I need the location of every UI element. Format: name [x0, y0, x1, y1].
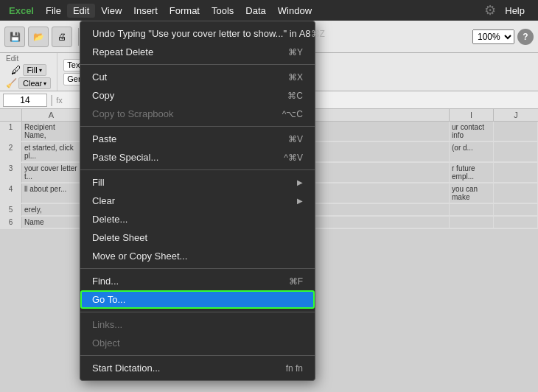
cell-i2[interactable]: (or d... [450, 142, 494, 162]
clear-row: 🧹 Clear ▾ [6, 77, 51, 89]
menu-paste[interactable]: Paste ⌘V [80, 130, 315, 148]
fill-clear-box: 🖊 Fill ▾ 🧹 Clear ▾ [6, 64, 51, 89]
undo-shortcut: ⌘Z [311, 29, 325, 39]
cell-a5[interactable]: erely, [22, 204, 81, 216]
clear-button[interactable]: Clear ▾ [18, 77, 51, 89]
fill-row: 🖊 Fill ▾ [11, 64, 46, 76]
menu-copy[interactable]: Copy ⌘C [80, 86, 315, 105]
cell-a4[interactable]: ll about per... [22, 183, 81, 203]
links-label: Links... [92, 319, 122, 330]
cut-shortcut: ⌘X [288, 72, 303, 83]
menu-undo[interactable]: Undo Typing "Use your cover letter to sh… [80, 24, 315, 43]
cell-i4[interactable]: you can make [450, 183, 494, 203]
paste-special-label: Paste Special... [92, 152, 158, 163]
ribbon-group-edit: Edit 🖊 Fill ▾ 🧹 Clear ▾ [6, 53, 57, 91]
toolbar-save[interactable]: 💾 [4, 27, 25, 47]
dictation-label: Start Dictation... [92, 363, 160, 374]
menu-insert[interactable]: Insert [127, 4, 164, 18]
cell-i3[interactable]: r future empl... [450, 163, 494, 183]
menu-move-copy-sheet[interactable]: Move or Copy Sheet... [80, 247, 315, 265]
menu-delete[interactable]: Delete... [80, 210, 315, 228]
menu-find[interactable]: Find... ⌘F [80, 272, 315, 290]
cell-j6[interactable] [494, 217, 538, 228]
col-i-header: I [450, 109, 494, 121]
menu-repeat[interactable]: Repeat Delete ⌘Y [80, 43, 315, 61]
cell-j3[interactable] [494, 163, 538, 183]
sep-6 [80, 355, 315, 356]
menubar: Excel File Edit View Insert Format Tools… [0, 0, 538, 21]
menu-clear[interactable]: Clear ▶ [80, 192, 315, 210]
cell-i6[interactable] [450, 217, 494, 228]
menu-links[interactable]: Links... [80, 315, 315, 334]
fill-button[interactable]: Fill ▾ [23, 64, 46, 76]
paste-special-shortcut: ^⌘V [284, 153, 303, 163]
menu-edit[interactable]: Edit [67, 4, 95, 18]
cell-a6[interactable]: Name [22, 217, 81, 228]
fill-arrow: ▶ [297, 178, 303, 186]
cell-j1[interactable] [494, 122, 538, 141]
toolbar-open[interactable]: 📂 [28, 27, 49, 47]
menu-fill[interactable]: Fill ▶ [80, 173, 315, 192]
clear-arrow: ▶ [297, 197, 303, 205]
copy-scrapbook-shortcut: ^⌥C [282, 109, 303, 119]
goto-label: Go To... [92, 294, 125, 305]
sep-3 [80, 169, 315, 170]
menu-object[interactable]: Object [80, 334, 315, 352]
find-shortcut: ⌘F [289, 276, 303, 287]
repeat-shortcut: ⌘Y [288, 47, 303, 57]
sep-2 [80, 126, 315, 127]
menu-paste-special[interactable]: Paste Special... ^⌘V [80, 148, 315, 167]
copy-shortcut: ⌘C [287, 91, 303, 101]
main-layout: Excel File Edit View Insert Format Tools… [0, 0, 538, 392]
cell-i1[interactable]: ur contact info [450, 122, 494, 141]
col-j-header: J [494, 109, 538, 121]
object-label: Object [92, 337, 120, 349]
fill-label: Fill [92, 177, 105, 188]
menu-data[interactable]: Data [240, 4, 271, 18]
menu-format[interactable]: Format [164, 4, 206, 18]
find-label: Find... [92, 276, 119, 287]
menu-delete-sheet[interactable]: Delete Sheet [80, 228, 315, 247]
edit-group-label: Edit [6, 55, 18, 63]
sep-5 [80, 312, 315, 312]
cut-label: Cut [92, 71, 107, 83]
cell-a2[interactable]: et started, click pl... [22, 142, 81, 162]
cell-a3[interactable]: your cover letter t... [22, 163, 81, 183]
move-copy-label: Move or Copy Sheet... [92, 251, 187, 262]
menu-tools[interactable]: Tools [206, 4, 240, 18]
menu-cut[interactable]: Cut ⌘X [80, 68, 315, 86]
name-box[interactable] [3, 94, 47, 107]
menu-copy-scrapbook[interactable]: Copy to Scrapbook ^⌥C [80, 105, 315, 123]
zoom-select[interactable]: 100% 75% 150% [472, 29, 514, 44]
menu-window[interactable]: Window [272, 4, 318, 18]
formula-divider: | [50, 94, 53, 107]
toolbar-zoom-area: 100% 75% 150% ? [472, 29, 534, 45]
cell-a1[interactable]: Recipient Name, [22, 122, 81, 141]
cell-i5[interactable] [450, 204, 494, 216]
menu-view[interactable]: View [95, 4, 127, 18]
menu-help[interactable]: Help [499, 4, 531, 18]
cell-j2[interactable] [494, 142, 538, 162]
col-a-header: A [22, 109, 81, 121]
clear-label: Clear [92, 195, 115, 206]
paste-label: Paste [92, 133, 116, 144]
delete-label: Delete... [92, 214, 127, 225]
cell-j5[interactable] [494, 204, 538, 216]
edit-dropdown-menu: Undo Typing "Use your cover letter to sh… [80, 21, 315, 381]
menu-goto[interactable]: Go To... [80, 290, 315, 309]
repeat-label: Repeat Delete [92, 46, 153, 57]
dictation-shortcut: fn fn [286, 363, 303, 374]
menu-file[interactable]: File [40, 4, 67, 18]
cell-j4[interactable] [494, 183, 538, 203]
app-name: Excel [3, 4, 40, 18]
sep-1 [80, 64, 315, 65]
copy-label: Copy [92, 90, 114, 101]
menubar-right: ⚙ Help [484, 2, 535, 18]
help-button[interactable]: ? [517, 29, 534, 45]
toolbar-divider [78, 28, 79, 46]
menu-dictation[interactable]: Start Dictation... fn fn [80, 359, 315, 377]
delete-sheet-label: Delete Sheet [92, 232, 147, 243]
corner-header [0, 109, 22, 121]
toolbar-print[interactable]: 🖨 [52, 27, 72, 47]
copy-scrapbook-label: Copy to Scrapbook [92, 108, 174, 119]
